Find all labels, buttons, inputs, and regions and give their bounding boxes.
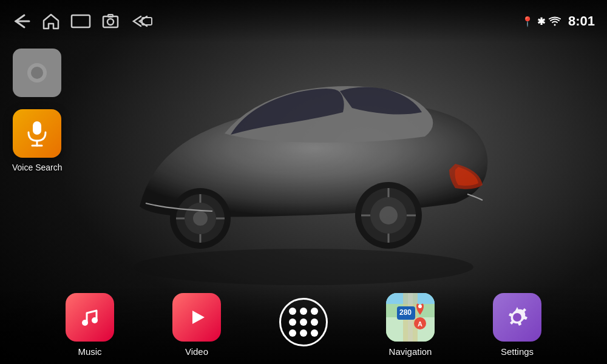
dot-6 — [311, 318, 318, 326]
svg-text:A: A — [418, 320, 422, 328]
bottom-dock: Music Video — [0, 285, 607, 364]
music-icon-bg — [66, 293, 114, 342]
apps-icon-bg — [279, 298, 328, 346]
bluetooth-icon: ✱ — [537, 16, 545, 27]
svg-point-4 — [379, 206, 398, 224]
car-image — [91, 30, 516, 285]
music-label: Music — [78, 346, 101, 357]
home-button[interactable] — [42, 13, 59, 30]
dot-2 — [300, 308, 307, 315]
video-dock-item[interactable]: Video — [172, 293, 221, 357]
dot-4 — [289, 318, 296, 326]
status-icons: 📍 ✱ — [521, 16, 561, 27]
svg-rect-24 — [33, 121, 41, 135]
top-bar-left — [12, 13, 153, 30]
back-button[interactable] — [12, 13, 32, 30]
music-dock-item[interactable]: Music — [66, 293, 114, 357]
dot-3 — [311, 308, 318, 315]
apps-dock-item[interactable] — [279, 298, 328, 351]
settings-label: Settings — [501, 346, 534, 357]
dot-9 — [311, 329, 318, 337]
top-bar: 📍 ✱ 8:01 — [0, 0, 607, 42]
clock: 8:01 — [568, 13, 595, 29]
navigation-label: Navigation — [389, 346, 432, 357]
camera-button[interactable] — [102, 13, 119, 30]
screen-button[interactable] — [70, 14, 91, 29]
svg-point-42 — [513, 313, 521, 322]
top-bar-right: 📍 ✱ 8:01 — [521, 13, 595, 29]
apps-grid — [278, 297, 329, 348]
dot-1 — [289, 308, 296, 315]
svg-rect-18 — [103, 16, 118, 27]
voice-search-wrapper: Voice Search — [12, 109, 63, 172]
svg-point-8 — [193, 211, 208, 226]
voice-search-label: Voice Search — [12, 163, 63, 172]
video-label: Video — [185, 346, 208, 357]
svg-text:280: 280 — [399, 308, 412, 317]
dot-5 — [300, 318, 307, 326]
navigation-icon-bg: 280 A — [386, 293, 435, 342]
dot-7 — [289, 329, 296, 337]
svg-point-28 — [92, 317, 98, 323]
voice-search-button[interactable] — [13, 109, 61, 158]
navigation-dock-item[interactable]: 280 A Navigation — [386, 293, 435, 357]
double-back-button[interactable] — [130, 14, 153, 29]
video-icon-bg — [172, 293, 221, 342]
svg-point-19 — [107, 19, 114, 25]
wifi-icon — [549, 16, 561, 26]
left-panel: Voice Search — [12, 49, 63, 172]
settings-dock-item[interactable]: Settings — [493, 293, 541, 357]
svg-point-27 — [82, 320, 88, 326]
svg-point-23 — [31, 67, 43, 79]
settings-icon-bg — [493, 293, 541, 342]
svg-point-40 — [418, 305, 422, 308]
svg-rect-17 — [72, 15, 90, 27]
grey-circle-button[interactable] — [13, 49, 61, 97]
location-icon: 📍 — [521, 16, 534, 27]
svg-point-0 — [134, 249, 473, 285]
dot-8 — [300, 329, 307, 337]
